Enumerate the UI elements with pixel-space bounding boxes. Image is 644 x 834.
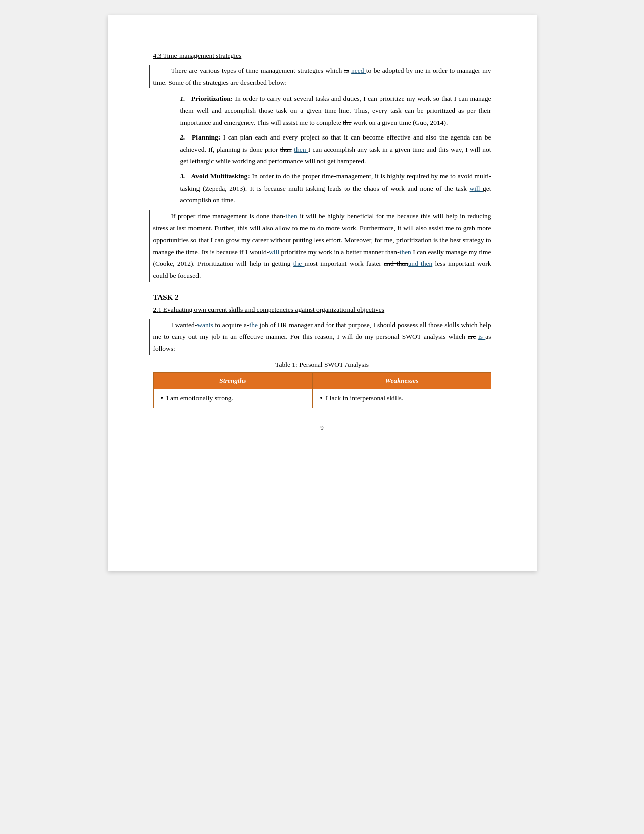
swot-table: Strengths Weaknesses I am emotionally st… [153,372,491,408]
task2-heading: TASK 2 [153,293,491,302]
swot-header-weaknesses: Weaknesses [313,372,491,389]
list-item-1: Prioritization: In order to carry out se… [180,92,491,128]
list-item-3: Avoid Multitasking: In order to do the p… [180,170,491,206]
para-3: I wanted-wants to acquire a-the job of H… [153,319,491,355]
swot-cell-weaknesses: I lack in interpersonal skills. [313,389,491,408]
page-number: 9 [153,424,491,432]
para-1: There are various types of time-manageme… [153,65,491,88]
strategies-list: Prioritization: In order to carry out se… [180,92,491,206]
page: 4.3 Time-management strategies There are… [108,15,537,571]
insert-need: need [351,67,366,74]
section-heading-43: 4.3 Time-management strategies [153,52,491,60]
swot-cell-strengths: I am emotionally strong. [153,389,313,408]
section-heading-21: 2.1 Evaluating own current skills and co… [153,306,491,314]
table-row: I am emotionally strong. I lack in inter… [153,389,491,408]
list-item-2: Planning: I can plan each and every proj… [180,131,491,167]
table-caption: Table 1: Personal SWOT Analysis [153,361,491,369]
swot-header-strengths: Strengths [153,372,313,389]
strike-is: is [344,67,349,74]
para-2: If proper time management is done than-t… [153,210,491,282]
